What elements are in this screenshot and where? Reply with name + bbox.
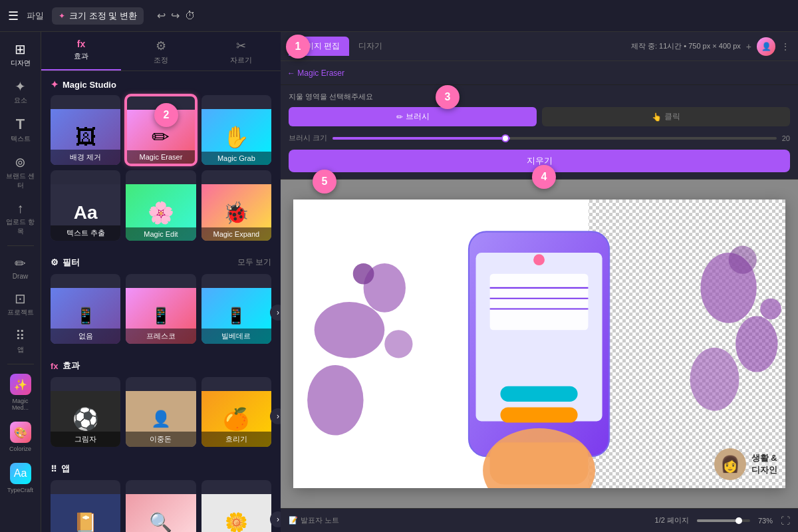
- svg-rect-19: [490, 442, 589, 484]
- apps-grid-icon: ⠿: [51, 464, 57, 474]
- step-badge-4: 4: [532, 165, 556, 189]
- brand-icon: ⊚: [15, 154, 26, 170]
- top-bar: ☰ 파일 ✦ 크기 조정 및 변환 ↩ ↪ ⏱: [0, 0, 798, 32]
- design-icon: ⊞: [15, 41, 26, 57]
- redo-button[interactable]: ↪: [171, 9, 180, 22]
- adjust-tab-label: 조정: [154, 55, 168, 65]
- zoom-slider[interactable]: [697, 519, 750, 522]
- magic-med-label: Magic Med...: [5, 398, 36, 411]
- canvas-size-info: 제작 중: 11시간 • 750 px × 400 px: [631, 41, 741, 51]
- watermark-text: 생활 & 디자인: [751, 452, 777, 476]
- sidebar-item-apps[interactable]: ⠿ 앱: [3, 324, 39, 358]
- filter-fresco-item[interactable]: 📱 프레스코: [126, 274, 196, 344]
- apps-mockups-item[interactable]: 📔 Mockups: [51, 480, 120, 532]
- svg-rect-17: [501, 407, 578, 422]
- top-actions: ↩ ↪ ⏱: [157, 9, 196, 22]
- fx-scroll-arrow[interactable]: ›: [270, 408, 281, 424]
- canvas-add-button[interactable]: +: [746, 41, 751, 52]
- fullscreen-icon[interactable]: ⛶: [781, 515, 790, 526]
- step-1-number: 1: [295, 41, 301, 53]
- sidebar-item-magic-med[interactable]: ✨ Magic Med...: [3, 370, 39, 415]
- sidebar-item-elements-label: 요소: [14, 96, 27, 105]
- fx-double-item[interactable]: 👤 이중돈: [126, 377, 196, 447]
- svg-point-20: [534, 254, 545, 265]
- crop-tab-icon: ✂: [236, 39, 246, 53]
- apps-mockups-thumb: 📔: [51, 494, 120, 532]
- sidebar-item-text-label: 텍스트: [11, 134, 31, 144]
- svg-point-6: [736, 316, 778, 372]
- filter-scroll-arrow[interactable]: ›: [270, 305, 281, 321]
- undo-button[interactable]: ↩: [157, 9, 166, 22]
- brush-mode-icon: ✏: [396, 112, 403, 122]
- apps-grid: 📔 Mockups 🔍 Image Upscaler 🌼 Colorize ›: [41, 480, 281, 532]
- magic-grab-label: Magic Grab: [201, 152, 271, 165]
- elements-icon: ✦: [15, 78, 26, 94]
- file-label[interactable]: 파일: [27, 10, 44, 22]
- filter-grid: 📱 없음 📱 프레스코 📱 빌베데르 ›: [41, 274, 281, 352]
- sidebar-item-draw[interactable]: ✏ Draw: [3, 251, 39, 284]
- apps-colorize-item[interactable]: 🌼 Colorize: [201, 480, 271, 532]
- svg-point-8: [761, 298, 782, 319]
- page-info: 1/2 페이지: [655, 515, 689, 525]
- text-extract-label: 텍스트 추출: [51, 225, 120, 241]
- filter-see-all[interactable]: 모두 보기: [237, 257, 271, 268]
- filter-velvety-item[interactable]: 📱 빌베데르: [201, 274, 271, 344]
- sidebar-item-elements[interactable]: ✦ 요소: [3, 74, 39, 109]
- canvas-topbar: 이미지 편집 디자기 제작 중: 11시간 • 750 px × 400 px …: [281, 32, 798, 61]
- step-2-number: 2: [164, 109, 170, 121]
- filter-none-label: 없음: [51, 329, 120, 344]
- title-section: ✦ 크기 조정 및 변환: [52, 7, 144, 25]
- back-button[interactable]: ← Magic Eraser: [287, 68, 344, 78]
- sidebar-item-design[interactable]: ⊞ 디자면: [3, 37, 39, 72]
- hamburger-icon[interactable]: ☰: [8, 9, 19, 23]
- sidebar-item-text[interactable]: T 텍스트: [3, 112, 39, 148]
- canvas-menu-button[interactable]: ⋮: [781, 41, 790, 52]
- filter-none-item[interactable]: 📱 없음: [51, 274, 120, 344]
- panel-tabs: fx 효과 ⚙ 조정 ✂ 자르기: [41, 32, 281, 71]
- fx-shadow-item[interactable]: ⚽ 그림자: [51, 377, 120, 447]
- click-mode-button[interactable]: 👆 클릭: [542, 107, 790, 126]
- brush-mode-button[interactable]: ✏ 브러시: [289, 107, 537, 126]
- sidebar-item-upload[interactable]: ↑ 업로드 항목: [3, 197, 39, 240]
- sidebar-item-upload-label: 업로드 항목: [5, 217, 36, 236]
- filter-icon: ⚙: [51, 257, 59, 267]
- sidebar-item-projects[interactable]: ⊡ 프로젝트: [3, 287, 39, 321]
- svg-point-7: [729, 245, 757, 273]
- sidebar-item-apps-label: 앱: [17, 345, 24, 354]
- brush-slider[interactable]: [332, 137, 777, 140]
- canvas-viewport[interactable]: 👩 생활 & 디자인: [281, 180, 798, 508]
- step-5-number: 5: [322, 176, 328, 188]
- sidebar-item-colorize[interactable]: 🎨 Colorize: [3, 418, 39, 456]
- tab-crop[interactable]: ✂ 자르기: [201, 32, 281, 70]
- magic-studio-header: ✦ Magic Studio: [41, 71, 281, 95]
- sidebar-divider-1: [7, 245, 34, 246]
- zoom-slider-container: [697, 519, 750, 522]
- bg-remove-item[interactable]: 🖼 배경 제거: [51, 95, 120, 165]
- fx-blur-item[interactable]: 🍊 흐리기: [201, 377, 271, 447]
- brush-slider-thumb: [501, 134, 509, 142]
- text-extract-item[interactable]: Aa 텍스트 추출: [51, 170, 120, 240]
- apps-colorize-thumb: 🌼: [201, 494, 271, 532]
- tab-adjust[interactable]: ⚙ 조정: [121, 32, 201, 70]
- sidebar-item-brand[interactable]: ⊚ 브랜드 센터: [3, 150, 39, 194]
- apps-icon: ⠿: [15, 328, 25, 344]
- magic-med-icon: ✨: [10, 374, 31, 395]
- svg-point-9: [690, 347, 739, 410]
- apps-scroll-arrow[interactable]: ›: [270, 511, 281, 527]
- magic-expand-item[interactable]: 🐞 Magic Expand: [201, 170, 271, 240]
- presenter-notes[interactable]: 📝 발표자 노트: [289, 515, 339, 525]
- projects-icon: ⊡: [15, 291, 26, 307]
- fx-effects-grid: ⚽ 그림자 👤 이중돈 🍊 흐리기 ›: [41, 377, 281, 455]
- effects-tab-icon: fx: [77, 39, 85, 49]
- tab-effects[interactable]: fx 효과: [41, 32, 121, 70]
- share-button[interactable]: ⏱: [185, 9, 196, 22]
- apps-upscaler-item[interactable]: 🔍 Image Upscaler: [126, 480, 196, 532]
- magic-edit-item[interactable]: 🌸 Magic Edit: [126, 170, 196, 240]
- fx-effects-title: fx 효과: [51, 360, 80, 372]
- typecraft-icon: Aa: [10, 463, 31, 484]
- bottom-bar: 📝 발표자 노트 1/2 페이지 73% ⛶: [281, 508, 798, 532]
- tab-design[interactable]: 디자기: [349, 37, 392, 56]
- sidebar-item-typecraft[interactable]: Aa TypeCraft: [3, 459, 39, 497]
- magic-grab-item[interactable]: ✋ Magic Grab: [201, 95, 271, 165]
- apps-label: 앱: [61, 463, 70, 475]
